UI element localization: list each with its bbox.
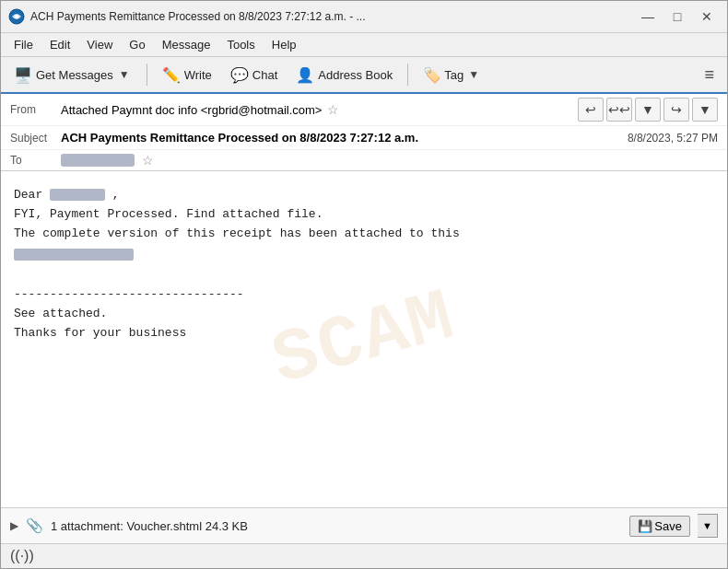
reply-button[interactable]: ↩ xyxy=(578,98,604,122)
address-book-icon: 👤 xyxy=(296,66,314,84)
chat-icon: 💬 xyxy=(230,66,249,84)
body-greeting: Dear , xyxy=(14,186,714,205)
forward-dropdown-button[interactable]: ▼ xyxy=(692,98,718,122)
title-bar: ACH Payments Remittance Processed on 8/8… xyxy=(1,1,727,33)
menu-go[interactable]: Go xyxy=(122,35,152,54)
attachment-chevron-icon[interactable]: ▶ xyxy=(10,519,18,532)
email-window: ACH Payments Remittance Processed on 8/8… xyxy=(0,0,728,569)
get-messages-button[interactable]: 🖥️ Get Messages ▼ xyxy=(6,61,139,88)
get-messages-label: Get Messages xyxy=(36,68,113,82)
save-icon: 💾 xyxy=(638,519,652,533)
body-line2: FYI, Payment Processed. Find attached fi… xyxy=(14,205,714,225)
attachment-size: 24.3 KB xyxy=(205,519,248,533)
status-bar: ((·)) xyxy=(1,543,727,568)
write-label: Write xyxy=(184,68,212,82)
toolbar: 🖥️ Get Messages ▼ ✏️ Write 💬 Chat 👤 Addr… xyxy=(1,57,727,94)
get-messages-icon: 🖥️ xyxy=(14,66,32,84)
svg-point-1 xyxy=(15,15,18,18)
menu-file[interactable]: File xyxy=(6,35,41,54)
window-title: ACH Payments Remittance Processed on 8/8… xyxy=(30,10,366,23)
forward-button[interactable]: ↪ xyxy=(663,98,689,122)
menu-bar: File Edit View Go Message Tools Help xyxy=(1,33,727,57)
from-star-icon[interactable]: ☆ xyxy=(327,102,339,117)
connection-status-icon: ((·)) xyxy=(10,548,34,564)
tag-dropdown[interactable]: ▼ xyxy=(466,64,481,85)
redacted-block xyxy=(14,249,134,261)
maximize-button[interactable]: □ xyxy=(664,6,690,27)
attachment-count-text: 1 attachment: Voucher.shtml xyxy=(51,519,202,533)
window-controls: — □ ✕ xyxy=(635,6,720,27)
subject-row: Subject ACH Payments Remittance Processe… xyxy=(1,126,727,150)
to-label: To xyxy=(10,154,61,167)
reply-all-button[interactable]: ↩↩ xyxy=(606,98,632,122)
write-icon: ✏️ xyxy=(162,66,181,84)
attachment-paperclip-icon: 📎 xyxy=(26,517,43,534)
recipient-redacted xyxy=(50,189,105,201)
toolbar-divider-2 xyxy=(407,64,408,86)
get-messages-dropdown[interactable]: ▼ xyxy=(117,64,132,85)
app-icon xyxy=(8,8,25,25)
to-redacted xyxy=(61,154,135,167)
reply-dropdown-button[interactable]: ▼ xyxy=(635,98,661,122)
body-separator: -------------------------------- xyxy=(14,285,714,305)
menu-edit[interactable]: Edit xyxy=(42,35,77,54)
body-line5: Thanks for your business xyxy=(14,324,714,343)
subject-value: ACH Payments Remittance Processed on 8/8… xyxy=(61,131,618,145)
chat-button[interactable]: 💬 Chat xyxy=(223,63,285,87)
save-button[interactable]: 💾 Save xyxy=(629,516,690,537)
toolbar-divider-1 xyxy=(147,64,147,86)
email-body: SCAM Dear , FYI, Payment Processed. Find… xyxy=(1,171,727,507)
save-dropdown-button[interactable]: ▼ xyxy=(698,514,718,538)
email-actions: ↩ ↩↩ ▼ ↪ ▼ xyxy=(578,98,718,122)
body-line4: See attached. xyxy=(14,305,714,324)
hamburger-menu-button[interactable]: ≡ xyxy=(697,62,722,88)
close-button[interactable]: ✕ xyxy=(694,6,720,27)
minimize-button[interactable]: — xyxy=(635,6,661,27)
attachment-bar: ▶ 📎 1 attachment: Voucher.shtml 24.3 KB … xyxy=(1,507,727,543)
chat-label: Chat xyxy=(252,68,277,82)
tag-button[interactable]: 🏷️ Tag ▼ xyxy=(416,61,488,88)
to-star-icon[interactable]: ☆ xyxy=(142,153,154,168)
to-row: To ☆ xyxy=(1,150,727,170)
email-header: From Attached Paymnt doc info <rgbrid@ho… xyxy=(1,94,727,171)
from-address: Attached Paymnt doc info <rgbrid@hotmail… xyxy=(61,103,322,117)
from-label: From xyxy=(10,103,61,116)
subject-date: 8/8/2023, 5:27 PM xyxy=(628,132,718,145)
body-line3: The complete version of this receipt has… xyxy=(14,225,714,244)
title-bar-left: ACH Payments Remittance Processed on 8/8… xyxy=(8,8,366,25)
menu-help[interactable]: Help xyxy=(264,35,304,54)
from-value: Attached Paymnt doc info <rgbrid@hotmail… xyxy=(61,102,578,117)
menu-view[interactable]: View xyxy=(79,35,120,54)
tag-label: Tag xyxy=(444,68,464,82)
tag-icon: 🏷️ xyxy=(423,66,441,84)
menu-tools[interactable]: Tools xyxy=(219,35,262,54)
save-label: Save xyxy=(654,519,682,533)
address-book-button[interactable]: 👤 Address Book xyxy=(288,63,400,87)
address-book-label: Address Book xyxy=(318,68,393,82)
from-row: From Attached Paymnt doc info <rgbrid@ho… xyxy=(1,94,727,126)
subject-label: Subject xyxy=(10,132,61,145)
write-button[interactable]: ✏️ Write xyxy=(155,63,219,87)
attachment-info: 1 attachment: Voucher.shtml 24.3 KB xyxy=(51,519,622,533)
menu-message[interactable]: Message xyxy=(155,35,218,54)
